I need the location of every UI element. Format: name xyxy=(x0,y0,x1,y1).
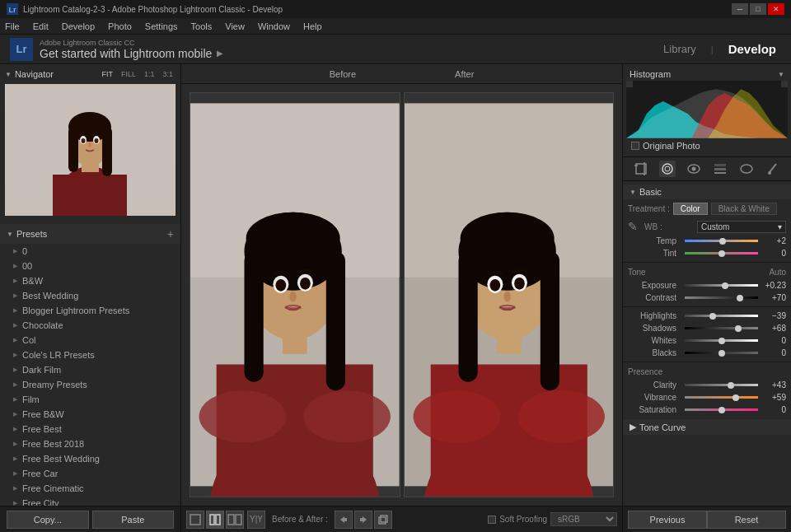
preset-arrow-icon: ▶ xyxy=(13,366,17,373)
maximize-button[interactable]: □ xyxy=(750,3,766,15)
bottom-row: Copy... Paste Y|Y Before & After : xyxy=(0,506,791,532)
swap-copy-btn[interactable] xyxy=(374,511,392,529)
histogram-collapse-icon[interactable]: ▼ xyxy=(778,71,784,78)
list-item[interactable]: ▶Free Best 2018 xyxy=(0,436,180,451)
list-item[interactable]: ▶Dark Film xyxy=(0,362,180,377)
presets-collapse-icon[interactable]: ▼ xyxy=(7,231,13,238)
whites-thumb[interactable] xyxy=(718,338,725,344)
navigator-collapse-icon[interactable]: ▼ xyxy=(5,71,12,78)
radial-filter-icon[interactable] xyxy=(738,161,755,177)
nav-fit-btn[interactable]: FIT xyxy=(99,69,115,79)
minimize-button[interactable]: ─ xyxy=(732,3,748,15)
original-photo-checkbox[interactable] xyxy=(631,142,639,150)
menu-develop[interactable]: Develop xyxy=(62,21,95,31)
add-preset-btn[interactable]: + xyxy=(167,227,174,240)
list-item[interactable]: ▶B&W xyxy=(0,273,180,288)
whites-track[interactable] xyxy=(685,339,758,342)
exposure-track[interactable] xyxy=(685,284,758,287)
shadows-track[interactable] xyxy=(685,327,758,329)
contrast-thumb[interactable] xyxy=(737,295,743,301)
saturation-track[interactable] xyxy=(685,408,758,411)
menu-photo[interactable]: Photo xyxy=(108,21,132,31)
highlights-thumb[interactable] xyxy=(709,313,716,320)
menu-tools[interactable]: Tools xyxy=(191,21,213,31)
clarity-track[interactable] xyxy=(685,384,758,386)
red-eye-icon[interactable] xyxy=(686,161,702,177)
tint-thumb[interactable] xyxy=(718,250,725,257)
temp-thumb[interactable] xyxy=(719,238,726,245)
menu-settings[interactable]: Settings xyxy=(145,21,178,31)
yx-btn[interactable]: Y|Y xyxy=(247,511,265,529)
contrast-track[interactable] xyxy=(685,296,758,299)
menu-window[interactable]: Window xyxy=(258,21,290,31)
wb-dropdown[interactable]: Custom ▾ xyxy=(697,221,786,233)
list-item[interactable]: ▶Free Best xyxy=(0,422,180,436)
spot-removal-icon[interactable] xyxy=(659,161,676,177)
menu-edit[interactable]: Edit xyxy=(33,21,49,31)
crop-tool-icon[interactable] xyxy=(633,161,649,177)
auto-btn[interactable]: Auto xyxy=(769,268,786,277)
reset-button[interactable]: Reset xyxy=(707,511,786,529)
vibrance-track[interactable] xyxy=(685,396,758,399)
divider-2 xyxy=(623,306,791,307)
list-item[interactable]: ▶Free Best Wedding xyxy=(0,451,180,466)
library-module-btn[interactable]: Library xyxy=(658,41,701,57)
svg-point-48 xyxy=(517,390,605,442)
exposure-thumb[interactable] xyxy=(722,282,728,289)
list-item[interactable]: ▶Free City xyxy=(0,496,180,506)
basic-section: ▼ Basic Treatment : Color Black & White … xyxy=(623,181,791,419)
menu-file[interactable]: File xyxy=(5,21,20,31)
swap-right-btn[interactable] xyxy=(354,511,372,529)
list-item[interactable]: ▶Free Cinematic xyxy=(0,481,180,496)
previous-button[interactable]: Previous xyxy=(628,511,707,529)
list-item[interactable]: ▶00 xyxy=(0,259,180,273)
list-item[interactable]: ▶Cole's LR Presets xyxy=(0,348,180,362)
histogram-canvas xyxy=(626,81,788,138)
nav-1-1-btn[interactable]: 1:1 xyxy=(142,69,157,79)
blacks-thumb[interactable] xyxy=(718,350,725,357)
list-item[interactable]: ▶Blogger Lightroom Presets xyxy=(0,303,180,318)
list-item[interactable]: ▶Free B&W xyxy=(0,407,180,422)
tone-curve-expand-icon[interactable]: ▶ xyxy=(630,422,636,432)
highlights-track[interactable] xyxy=(685,315,758,317)
side-by-side-btn[interactable] xyxy=(206,511,224,529)
split-view-btn[interactable] xyxy=(226,511,244,529)
vibrance-thumb[interactable] xyxy=(732,394,739,401)
after-photo-container xyxy=(404,92,615,497)
temp-track[interactable] xyxy=(685,240,758,242)
single-view-btn[interactable] xyxy=(186,511,204,529)
list-item[interactable]: ▶Film xyxy=(0,392,180,407)
menu-help[interactable]: Help xyxy=(303,21,322,31)
nav-fill-btn[interactable]: FILL xyxy=(119,69,138,79)
bw-btn[interactable]: Black & White xyxy=(711,203,777,215)
preset-arrow-icon: ▶ xyxy=(13,307,17,314)
list-item[interactable]: ▶Best Wedding xyxy=(0,288,180,303)
graduated-filter-icon[interactable] xyxy=(712,161,728,177)
soft-proofing-checkbox[interactable] xyxy=(488,516,496,524)
nav-3-1-btn[interactable]: 3:1 xyxy=(160,69,176,79)
tint-track[interactable] xyxy=(685,252,758,254)
basic-collapse-icon[interactable]: ▼ xyxy=(630,189,636,196)
eyedropper-icon[interactable]: ✎ xyxy=(628,220,638,233)
paste-button[interactable]: Paste xyxy=(92,511,175,529)
swap-left-btn[interactable] xyxy=(335,511,353,529)
adjustment-brush-icon[interactable] xyxy=(765,161,781,177)
clarity-thumb[interactable] xyxy=(728,382,734,389)
list-item[interactable]: ▶Free Car xyxy=(0,466,180,481)
exposure-label: Exposure xyxy=(628,281,681,290)
menu-view[interactable]: View xyxy=(225,21,245,31)
list-item[interactable]: ▶0 xyxy=(0,244,180,259)
soft-proofing-select[interactable]: sRGB AdobeRGB xyxy=(550,512,617,526)
close-button[interactable]: ✕ xyxy=(768,3,784,15)
copy-button[interactable]: Copy... xyxy=(7,511,89,529)
blacks-track[interactable] xyxy=(685,352,758,354)
svg-point-47 xyxy=(413,390,500,442)
list-item[interactable]: ▶Chocolate xyxy=(0,318,180,333)
play-icon[interactable]: ▶ xyxy=(217,49,223,58)
saturation-thumb[interactable] xyxy=(718,407,725,413)
color-btn[interactable]: Color xyxy=(673,203,708,215)
shadows-thumb[interactable] xyxy=(735,325,742,332)
develop-module-btn[interactable]: Develop xyxy=(723,40,781,58)
list-item[interactable]: ▶Dreamy Presets xyxy=(0,377,180,392)
list-item[interactable]: ▶Col xyxy=(0,333,180,348)
